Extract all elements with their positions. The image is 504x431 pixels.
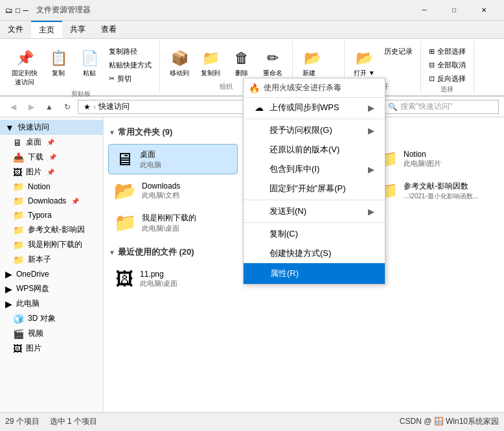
sidebar-label-reference: 参考文献-影响因	[28, 224, 85, 235]
shortcut-icon	[254, 248, 264, 259]
tab-view[interactable]: 查看	[93, 21, 124, 38]
minimize-button[interactable]: ─	[409, 0, 439, 21]
png-file-icon: 🖼	[114, 268, 135, 290]
select-buttons: ⊞ 全部选择 ⊟ 全部取消 ⊡ 反向选择	[426, 43, 468, 85]
common-section-toggle[interactable]: ▼	[109, 129, 115, 136]
ctx-properties-label: 属性(R)	[270, 268, 299, 279]
ctx-sep-1	[244, 119, 385, 119]
forward-button[interactable]: ▶	[23, 99, 39, 115]
sidebar-label-newbook: 新本子	[28, 254, 51, 265]
wps-icon: ▶	[5, 284, 12, 294]
sidebar-label-computer: 此电脑	[16, 298, 40, 309]
ctx-pin-start[interactable]: 固定到"开始"屏幕(P)	[244, 179, 385, 198]
ribbon-small-group: 复制路径 粘贴快捷方式 ✂ 剪切	[106, 45, 154, 85]
maximize-button[interactable]: □	[439, 0, 469, 21]
close-button[interactable]: ✕	[469, 0, 499, 21]
move-to-button[interactable]: 📦 移动到	[165, 45, 194, 80]
video-icon: 🎬	[13, 329, 24, 339]
copy-path-button[interactable]: 复制路径	[106, 45, 154, 58]
file-item-downloads[interactable]: 📂 Downloads 此电脑\文档	[109, 176, 237, 205]
sidebar-item-quickaccess[interactable]: ▼ 快速访问	[0, 120, 103, 135]
refresh-button[interactable]: ↻	[60, 99, 75, 115]
paste-shortcut-button[interactable]: 粘贴快捷方式	[106, 59, 154, 71]
up-button[interactable]: ▲	[41, 99, 57, 115]
notion-file-sub: 此电脑\图片	[404, 159, 441, 169]
invert-select-button[interactable]: ⊡ 反向选择	[426, 73, 468, 85]
paste-shortcut-label: 粘贴快捷方式	[109, 60, 152, 70]
sidebar-label-pictures: 图片	[26, 167, 41, 178]
ctx-copy[interactable]: 复制(C)	[244, 224, 385, 244]
sidebar-item-wps[interactable]: ▶ WPS网盘	[0, 281, 103, 296]
sidebar-item-reference[interactable]: 📁 参考文献-影响因	[0, 222, 103, 237]
cut-button[interactable]: ✂ 剪切	[106, 73, 154, 85]
history-button[interactable]: 历史记录	[382, 45, 415, 58]
ribbon-clipboard-buttons: 📌 固定到快速访问 📋 复制 📄 粘贴 复制路径 粘贴快捷方式	[8, 43, 154, 89]
copy-icon: 📋	[48, 48, 69, 69]
library-arrow-icon: ▶	[368, 165, 374, 174]
desktop-file-icon: 🖥	[114, 148, 135, 170]
sidebar-label-video: 视频	[28, 328, 43, 339]
pin-quickaccess-button[interactable]: 📌 固定到快速访问	[8, 45, 41, 89]
sidebar-item-newbook[interactable]: 📁 新本子	[0, 252, 103, 267]
ctx-create-shortcut[interactable]: 创建快捷方式(S)	[244, 244, 385, 263]
ctx-send-to[interactable]: 发送到(N) ▶	[244, 202, 385, 221]
back-button[interactable]: ◀	[5, 99, 21, 115]
pictures-icon: 🖼	[13, 167, 22, 178]
open-small-group: 历史记录	[382, 45, 415, 58]
file-item-reference[interactable]: 📁 参考文献-影响因数 ...\2021-最小化影响函数...	[371, 176, 499, 205]
tab-share[interactable]: 共享	[62, 21, 93, 38]
sidebar-label-onedrive: OneDrive	[16, 270, 49, 279]
sidebar-item-video[interactable]: 🎬 视频	[0, 326, 103, 341]
sidebar-item-3d[interactable]: 🧊 3D 对象	[0, 311, 103, 326]
select-all-button[interactable]: ⊞ 全部选择	[426, 45, 468, 58]
sidebar-item-pictures[interactable]: 🖼 图片 📌	[0, 165, 103, 180]
file-item-notion[interactable]: 📁 Notion 此电脑\图片	[371, 145, 499, 174]
tab-home[interactable]: 主页	[31, 21, 62, 38]
reference-file-info: 参考文献-影响因数 ...\2021-最小化影响函数...	[404, 181, 478, 201]
pictures2-icon: 🖼	[13, 344, 22, 354]
recent-section-toggle[interactable]: ▼	[109, 249, 115, 256]
file-item-11png[interactable]: 🖼 11.png 此电脑\桌面	[109, 264, 237, 294]
copy-button[interactable]: 📋 复制	[44, 45, 73, 80]
copy-to-button[interactable]: 📁 复制到	[196, 45, 225, 80]
sidebar-item-downloads[interactable]: 📥 下载 📌	[0, 150, 103, 165]
ctx-include-library[interactable]: 包含到库中(I) ▶	[244, 159, 385, 179]
sidebar-item-pictures2[interactable]: 🖼 图片	[0, 341, 103, 356]
rename-button[interactable]: ✏ 重命名	[258, 45, 287, 80]
select-all-icon: ⊞	[429, 47, 435, 56]
sidebar-label-pictures2: 图片	[26, 343, 41, 354]
sidebar-item-notion[interactable]: 📁 Notion	[0, 180, 103, 194]
file-item-desktop[interactable]: 🖥 桌面 此电脑	[109, 145, 237, 174]
downloaded-file-icon: 📁	[114, 212, 137, 233]
sidebar-item-downloads-folder[interactable]: 📁 Downloads 📌	[0, 194, 103, 208]
downloads-file-icon: 📂	[114, 180, 137, 202]
pin-start-icon	[254, 183, 264, 194]
search-box[interactable]: 🔍 搜索"快速访问"	[382, 100, 499, 114]
tab-file[interactable]: 文件	[0, 21, 31, 38]
context-menu: 🔥 使用火绒安全进行杀毒 ☁ 上传或同步到WPS ▶ 授予访问权限(G) ▶ 还…	[243, 78, 385, 285]
desktop-icon: 🖥	[13, 137, 22, 148]
sidebar-item-typora[interactable]: 📁 Typora	[0, 208, 103, 222]
open-button[interactable]: 📂 打开 ▼	[350, 45, 379, 80]
ctx-restore-version[interactable]: 还原以前的版本(V)	[244, 140, 385, 159]
typora-icon: 📁	[13, 210, 24, 220]
downloads-icon: 📥	[13, 152, 24, 163]
sidebar-item-computer[interactable]: ▶ 此电脑	[0, 296, 103, 311]
file-item-downloaded[interactable]: 📁 我是刚刚下载的 此电脑\桌面	[109, 208, 237, 237]
deselect-all-button[interactable]: ⊟ 全部取消	[426, 59, 468, 71]
delete-button[interactable]: 🗑 删除	[227, 45, 256, 80]
sidebar-item-desktop[interactable]: 🖥 桌面 📌	[0, 135, 103, 150]
ctx-wps-upload[interactable]: ☁ 上传或同步到WPS ▶	[244, 98, 385, 117]
ctx-fire-header[interactable]: 🔥 使用火绒安全进行杀毒	[244, 78, 385, 98]
search-placeholder: 搜索"快速访问"	[400, 101, 453, 112]
png-file-info: 11.png 此电脑\桌面	[140, 270, 178, 288]
sidebar-item-downloaded[interactable]: 📁 我是刚刚下载的	[0, 237, 103, 252]
downloads-file-info: Downloads 此电脑\文档	[142, 181, 180, 200]
paste-button[interactable]: 📄 粘贴	[75, 45, 104, 80]
sidebar-item-onedrive[interactable]: ▶ OneDrive	[0, 267, 103, 281]
send-arrow-icon: ▶	[368, 207, 374, 216]
computer-icon: ▶	[5, 299, 12, 309]
quickaccess-icon: ▼	[5, 122, 14, 133]
ctx-properties[interactable]: 属性(R)	[244, 263, 385, 284]
ctx-grant-access[interactable]: 授予访问权限(G) ▶	[244, 121, 385, 140]
